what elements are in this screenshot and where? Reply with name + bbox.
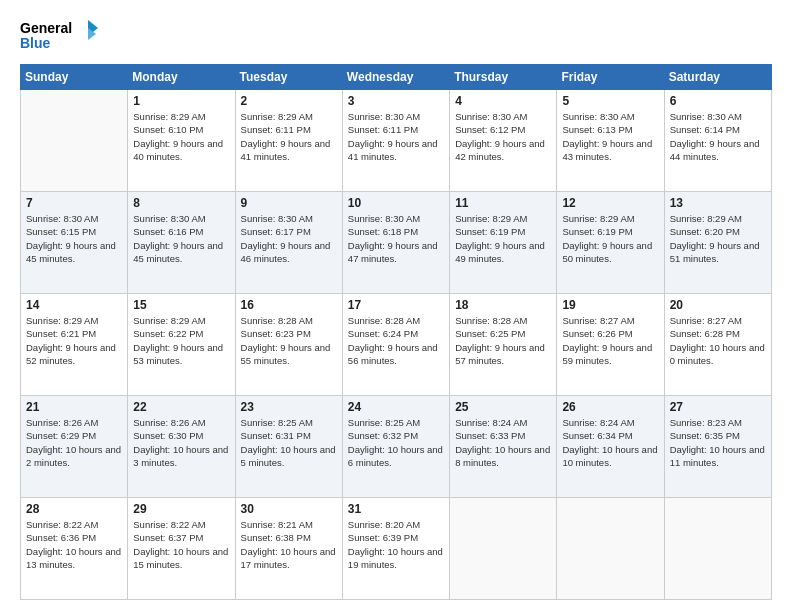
- day-info: Sunrise: 8:27 AMSunset: 6:28 PMDaylight:…: [670, 314, 766, 367]
- sunset-text: Sunset: 6:17 PM: [241, 225, 337, 238]
- calendar-day-empty: [450, 498, 557, 600]
- calendar-day-26: 26Sunrise: 8:24 AMSunset: 6:34 PMDayligh…: [557, 396, 664, 498]
- sunset-text: Sunset: 6:35 PM: [670, 429, 766, 442]
- day-number: 19: [562, 298, 658, 312]
- day-info: Sunrise: 8:29 AMSunset: 6:21 PMDaylight:…: [26, 314, 122, 367]
- day-info: Sunrise: 8:28 AMSunset: 6:24 PMDaylight:…: [348, 314, 444, 367]
- page: General Blue SundayMondayTuesdayWednesda…: [0, 0, 792, 612]
- day-info: Sunrise: 8:30 AMSunset: 6:12 PMDaylight:…: [455, 110, 551, 163]
- sunrise-text: Sunrise: 8:28 AM: [455, 314, 551, 327]
- col-header-thursday: Thursday: [450, 65, 557, 90]
- calendar-week-row: 21Sunrise: 8:26 AMSunset: 6:29 PMDayligh…: [21, 396, 772, 498]
- sunrise-text: Sunrise: 8:28 AM: [241, 314, 337, 327]
- calendar-day-13: 13Sunrise: 8:29 AMSunset: 6:20 PMDayligh…: [664, 192, 771, 294]
- calendar-day-empty: [21, 90, 128, 192]
- sunrise-text: Sunrise: 8:20 AM: [348, 518, 444, 531]
- sunrise-text: Sunrise: 8:21 AM: [241, 518, 337, 531]
- day-number: 20: [670, 298, 766, 312]
- sunrise-text: Sunrise: 8:27 AM: [670, 314, 766, 327]
- day-number: 25: [455, 400, 551, 414]
- sunrise-text: Sunrise: 8:29 AM: [562, 212, 658, 225]
- calendar-day-29: 29Sunrise: 8:22 AMSunset: 6:37 PMDayligh…: [128, 498, 235, 600]
- day-number: 31: [348, 502, 444, 516]
- day-info: Sunrise: 8:29 AMSunset: 6:19 PMDaylight:…: [562, 212, 658, 265]
- col-header-sunday: Sunday: [21, 65, 128, 90]
- calendar-day-15: 15Sunrise: 8:29 AMSunset: 6:22 PMDayligh…: [128, 294, 235, 396]
- day-info: Sunrise: 8:30 AMSunset: 6:15 PMDaylight:…: [26, 212, 122, 265]
- sunrise-text: Sunrise: 8:26 AM: [133, 416, 229, 429]
- generalblue-logo-icon: General Blue: [20, 18, 100, 54]
- day-info: Sunrise: 8:27 AMSunset: 6:26 PMDaylight:…: [562, 314, 658, 367]
- sunrise-text: Sunrise: 8:29 AM: [133, 110, 229, 123]
- sunset-text: Sunset: 6:25 PM: [455, 327, 551, 340]
- sunrise-text: Sunrise: 8:29 AM: [241, 110, 337, 123]
- day-number: 4: [455, 94, 551, 108]
- sunset-text: Sunset: 6:13 PM: [562, 123, 658, 136]
- col-header-friday: Friday: [557, 65, 664, 90]
- sunrise-text: Sunrise: 8:22 AM: [26, 518, 122, 531]
- day-number: 11: [455, 196, 551, 210]
- daylight-text: Daylight: 9 hours and 41 minutes.: [348, 137, 444, 164]
- calendar-week-row: 28Sunrise: 8:22 AMSunset: 6:36 PMDayligh…: [21, 498, 772, 600]
- day-number: 3: [348, 94, 444, 108]
- daylight-text: Daylight: 9 hours and 53 minutes.: [133, 341, 229, 368]
- sunrise-text: Sunrise: 8:29 AM: [670, 212, 766, 225]
- daylight-text: Daylight: 9 hours and 45 minutes.: [26, 239, 122, 266]
- calendar-day-empty: [664, 498, 771, 600]
- day-number: 8: [133, 196, 229, 210]
- calendar-table: SundayMondayTuesdayWednesdayThursdayFrid…: [20, 64, 772, 600]
- sunrise-text: Sunrise: 8:26 AM: [26, 416, 122, 429]
- sunrise-text: Sunrise: 8:29 AM: [26, 314, 122, 327]
- day-number: 6: [670, 94, 766, 108]
- calendar-day-5: 5Sunrise: 8:30 AMSunset: 6:13 PMDaylight…: [557, 90, 664, 192]
- calendar-day-3: 3Sunrise: 8:30 AMSunset: 6:11 PMDaylight…: [342, 90, 449, 192]
- sunrise-text: Sunrise: 8:30 AM: [348, 110, 444, 123]
- daylight-text: Daylight: 9 hours and 47 minutes.: [348, 239, 444, 266]
- sunrise-text: Sunrise: 8:30 AM: [670, 110, 766, 123]
- sunset-text: Sunset: 6:14 PM: [670, 123, 766, 136]
- calendar-day-20: 20Sunrise: 8:27 AMSunset: 6:28 PMDayligh…: [664, 294, 771, 396]
- daylight-text: Daylight: 9 hours and 46 minutes.: [241, 239, 337, 266]
- day-info: Sunrise: 8:22 AMSunset: 6:37 PMDaylight:…: [133, 518, 229, 571]
- daylight-text: Daylight: 9 hours and 45 minutes.: [133, 239, 229, 266]
- calendar-day-31: 31Sunrise: 8:20 AMSunset: 6:39 PMDayligh…: [342, 498, 449, 600]
- day-number: 17: [348, 298, 444, 312]
- calendar-day-24: 24Sunrise: 8:25 AMSunset: 6:32 PMDayligh…: [342, 396, 449, 498]
- daylight-text: Daylight: 9 hours and 52 minutes.: [26, 341, 122, 368]
- day-info: Sunrise: 8:30 AMSunset: 6:13 PMDaylight:…: [562, 110, 658, 163]
- sunset-text: Sunset: 6:10 PM: [133, 123, 229, 136]
- sunset-text: Sunset: 6:31 PM: [241, 429, 337, 442]
- daylight-text: Daylight: 10 hours and 6 minutes.: [348, 443, 444, 470]
- day-info: Sunrise: 8:23 AMSunset: 6:35 PMDaylight:…: [670, 416, 766, 469]
- day-info: Sunrise: 8:30 AMSunset: 6:17 PMDaylight:…: [241, 212, 337, 265]
- day-number: 18: [455, 298, 551, 312]
- day-info: Sunrise: 8:21 AMSunset: 6:38 PMDaylight:…: [241, 518, 337, 571]
- day-number: 13: [670, 196, 766, 210]
- daylight-text: Daylight: 9 hours and 43 minutes.: [562, 137, 658, 164]
- day-number: 9: [241, 196, 337, 210]
- day-info: Sunrise: 8:28 AMSunset: 6:23 PMDaylight:…: [241, 314, 337, 367]
- calendar-day-28: 28Sunrise: 8:22 AMSunset: 6:36 PMDayligh…: [21, 498, 128, 600]
- sunset-text: Sunset: 6:39 PM: [348, 531, 444, 544]
- sunrise-text: Sunrise: 8:23 AM: [670, 416, 766, 429]
- sunset-text: Sunset: 6:19 PM: [455, 225, 551, 238]
- daylight-text: Daylight: 10 hours and 2 minutes.: [26, 443, 122, 470]
- calendar-day-4: 4Sunrise: 8:30 AMSunset: 6:12 PMDaylight…: [450, 90, 557, 192]
- calendar-day-2: 2Sunrise: 8:29 AMSunset: 6:11 PMDaylight…: [235, 90, 342, 192]
- sunset-text: Sunset: 6:33 PM: [455, 429, 551, 442]
- daylight-text: Daylight: 9 hours and 44 minutes.: [670, 137, 766, 164]
- daylight-text: Daylight: 9 hours and 57 minutes.: [455, 341, 551, 368]
- daylight-text: Daylight: 9 hours and 41 minutes.: [241, 137, 337, 164]
- daylight-text: Daylight: 10 hours and 5 minutes.: [241, 443, 337, 470]
- daylight-text: Daylight: 10 hours and 17 minutes.: [241, 545, 337, 572]
- day-info: Sunrise: 8:20 AMSunset: 6:39 PMDaylight:…: [348, 518, 444, 571]
- calendar-day-empty: [557, 498, 664, 600]
- day-info: Sunrise: 8:24 AMSunset: 6:33 PMDaylight:…: [455, 416, 551, 469]
- day-number: 7: [26, 196, 122, 210]
- calendar-day-11: 11Sunrise: 8:29 AMSunset: 6:19 PMDayligh…: [450, 192, 557, 294]
- sunset-text: Sunset: 6:38 PM: [241, 531, 337, 544]
- calendar-day-23: 23Sunrise: 8:25 AMSunset: 6:31 PMDayligh…: [235, 396, 342, 498]
- sunset-text: Sunset: 6:19 PM: [562, 225, 658, 238]
- sunset-text: Sunset: 6:24 PM: [348, 327, 444, 340]
- sunset-text: Sunset: 6:26 PM: [562, 327, 658, 340]
